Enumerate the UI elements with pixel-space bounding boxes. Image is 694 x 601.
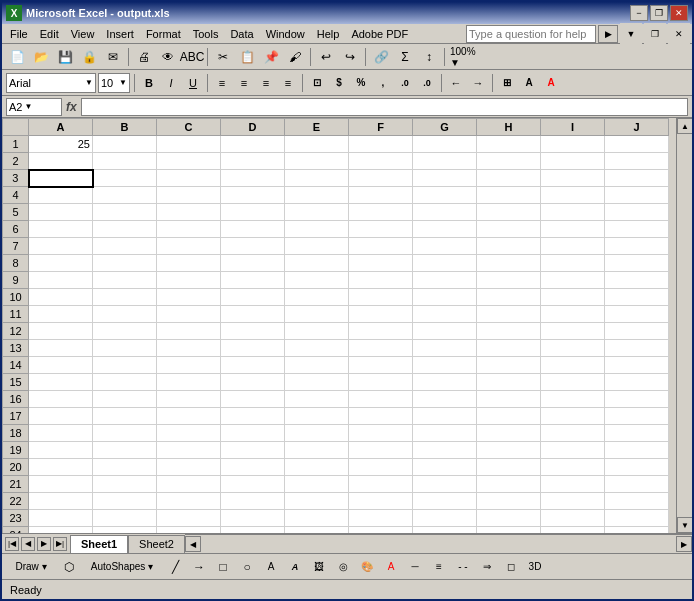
cell-H14[interactable] xyxy=(477,357,541,374)
decrease-indent-button[interactable]: ← xyxy=(446,73,466,93)
cell-I23[interactable] xyxy=(541,510,605,527)
fill-color-draw-button[interactable]: 🎨 xyxy=(356,556,378,578)
close-button[interactable]: ✕ xyxy=(670,5,688,21)
cell-A20[interactable] xyxy=(29,459,93,476)
cell-J1[interactable] xyxy=(605,136,669,153)
bold-button[interactable]: B xyxy=(139,73,159,93)
cell-C9[interactable] xyxy=(157,272,221,289)
cell-I17[interactable] xyxy=(541,408,605,425)
scroll-left-button[interactable]: ◀ xyxy=(185,536,201,552)
cell-D2[interactable] xyxy=(221,153,285,170)
cell-G22[interactable] xyxy=(413,493,477,510)
cell-F5[interactable] xyxy=(349,204,413,221)
copy-button[interactable]: 📋 xyxy=(236,46,258,68)
sheet-tab-sheet2[interactable]: Sheet2 xyxy=(128,535,185,553)
cell-J18[interactable] xyxy=(605,425,669,442)
increase-indent-button[interactable]: → xyxy=(468,73,488,93)
cell-H16[interactable] xyxy=(477,391,541,408)
tab-first-button[interactable]: |◀ xyxy=(5,537,19,551)
cell-H15[interactable] xyxy=(477,374,541,391)
percent-button[interactable]: % xyxy=(351,73,371,93)
menu-view[interactable]: View xyxy=(65,24,101,43)
cell-C21[interactable] xyxy=(157,476,221,493)
cell-D5[interactable] xyxy=(221,204,285,221)
cell-J19[interactable] xyxy=(605,442,669,459)
cell-D17[interactable] xyxy=(221,408,285,425)
cell-B14[interactable] xyxy=(93,357,157,374)
textbox-button[interactable]: A xyxy=(260,556,282,578)
cell-J20[interactable] xyxy=(605,459,669,476)
cell-E17[interactable] xyxy=(285,408,349,425)
draw-menu-button[interactable]: Draw ▾ xyxy=(6,556,56,578)
cell-C22[interactable] xyxy=(157,493,221,510)
cell-J3[interactable] xyxy=(605,170,669,187)
arrow-button[interactable]: → xyxy=(188,556,210,578)
cell-J9[interactable] xyxy=(605,272,669,289)
cell-J10[interactable] xyxy=(605,289,669,306)
select-objects-button[interactable]: ⬡ xyxy=(58,556,80,578)
line-color-draw-button[interactable]: ─ xyxy=(404,556,426,578)
cell-J16[interactable] xyxy=(605,391,669,408)
cell-I8[interactable] xyxy=(541,255,605,272)
menu-tools[interactable]: Tools xyxy=(187,24,225,43)
cell-G18[interactable] xyxy=(413,425,477,442)
cell-G4[interactable] xyxy=(413,187,477,204)
cell-D8[interactable] xyxy=(221,255,285,272)
cell-H11[interactable] xyxy=(477,306,541,323)
cut-button[interactable]: ✂ xyxy=(212,46,234,68)
cell-G21[interactable] xyxy=(413,476,477,493)
sheet-tab-sheet1[interactable]: Sheet1 xyxy=(70,535,128,553)
cell-A12[interactable] xyxy=(29,323,93,340)
cell-F22[interactable] xyxy=(349,493,413,510)
cell-B23[interactable] xyxy=(93,510,157,527)
cell-I3[interactable] xyxy=(541,170,605,187)
cell-E9[interactable] xyxy=(285,272,349,289)
cell-E6[interactable] xyxy=(285,221,349,238)
cell-I10[interactable] xyxy=(541,289,605,306)
cell-J2[interactable] xyxy=(605,153,669,170)
cell-D19[interactable] xyxy=(221,442,285,459)
cell-A17[interactable] xyxy=(29,408,93,425)
cell-J4[interactable] xyxy=(605,187,669,204)
insert-hyperlink-button[interactable]: 🔗 xyxy=(370,46,392,68)
paste-button[interactable]: 📌 xyxy=(260,46,282,68)
email-button[interactable]: ✉ xyxy=(102,46,124,68)
autoshapes-button[interactable]: AutoShapes ▾ xyxy=(82,556,162,578)
restore-button[interactable]: ❐ xyxy=(650,5,668,21)
cell-F3[interactable] xyxy=(349,170,413,187)
cell-A7[interactable] xyxy=(29,238,93,255)
cell-I14[interactable] xyxy=(541,357,605,374)
diagram-button[interactable]: ◎ xyxy=(332,556,354,578)
cell-H2[interactable] xyxy=(477,153,541,170)
cell-I12[interactable] xyxy=(541,323,605,340)
cell-G24[interactable] xyxy=(413,527,477,534)
cell-E20[interactable] xyxy=(285,459,349,476)
cell-H5[interactable] xyxy=(477,204,541,221)
cell-F7[interactable] xyxy=(349,238,413,255)
cell-C8[interactable] xyxy=(157,255,221,272)
menu-edit[interactable]: Edit xyxy=(34,24,65,43)
cell-I22[interactable] xyxy=(541,493,605,510)
line-style-button[interactable]: ≡ xyxy=(428,556,450,578)
cell-H24[interactable] xyxy=(477,527,541,534)
cell-C17[interactable] xyxy=(157,408,221,425)
font-color-button[interactable]: A xyxy=(541,73,561,93)
cell-D9[interactable] xyxy=(221,272,285,289)
shadow-style-button[interactable]: ◻ xyxy=(500,556,522,578)
cell-I13[interactable] xyxy=(541,340,605,357)
cell-F15[interactable] xyxy=(349,374,413,391)
cell-B1[interactable] xyxy=(93,136,157,153)
h-scroll-track[interactable]: ◀ ▶ xyxy=(185,534,692,553)
preview-button[interactable]: 👁 xyxy=(157,46,179,68)
cell-D6[interactable] xyxy=(221,221,285,238)
scroll-up-button[interactable]: ▲ xyxy=(677,118,692,134)
cell-I1[interactable] xyxy=(541,136,605,153)
cell-B21[interactable] xyxy=(93,476,157,493)
minimize-button[interactable]: − xyxy=(630,5,648,21)
cell-F19[interactable] xyxy=(349,442,413,459)
cell-F6[interactable] xyxy=(349,221,413,238)
cell-H21[interactable] xyxy=(477,476,541,493)
cell-C15[interactable] xyxy=(157,374,221,391)
cell-F18[interactable] xyxy=(349,425,413,442)
undo-button[interactable]: ↩ xyxy=(315,46,337,68)
